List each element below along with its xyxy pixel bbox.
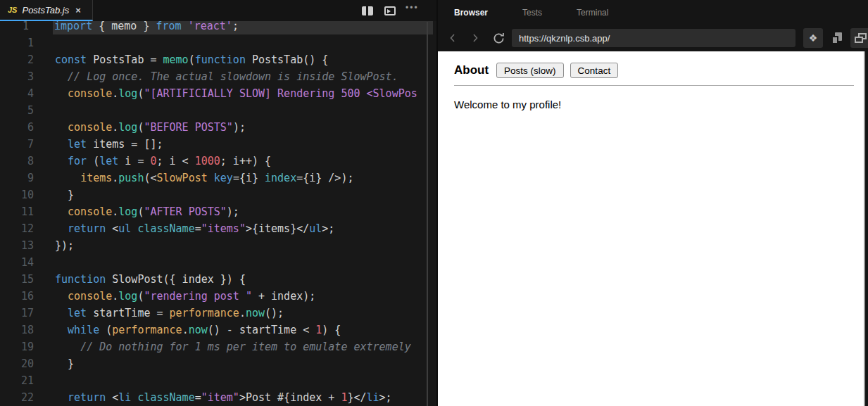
browser-viewport: About Posts (slow) Contact Welcome to my… — [438, 51, 865, 406]
line-number: 1 — [0, 21, 29, 34]
code-line[interactable]: 18 while (performance.now() - startTime … — [0, 322, 436, 338]
devtools-tabbar: Browser Tests Terminal — [438, 0, 868, 25]
welcome-text: Welcome to my profile! — [454, 99, 864, 110]
code-line[interactable]: 1 — [0, 34, 436, 51]
tab-browser[interactable]: Browser — [454, 8, 488, 18]
code-line[interactable]: 19 // Do nothing for 1 ms per item to em… — [0, 338, 436, 355]
line-number: 22 — [0, 389, 34, 406]
browser-navbar: ❖ — [438, 25, 868, 51]
code-line-content[interactable]: return <li className="item">Post #{index… — [34, 389, 436, 406]
refresh-icon[interactable] — [492, 32, 505, 48]
line-number: 10 — [0, 186, 34, 203]
code-line-content[interactable]: console.log("AFTER POSTS"); — [34, 203, 436, 220]
code-line[interactable]: 14 — [0, 254, 436, 271]
copy-url-button[interactable] — [826, 28, 846, 48]
line-number: 21 — [0, 372, 34, 389]
codesandbox-window: JS PostsTab.js × ••• 1 import { memo } f… — [0, 0, 868, 406]
code-line[interactable]: 12 return <ul className="items">{items}<… — [0, 220, 436, 237]
line-number: 12 — [0, 220, 34, 237]
code-line[interactable]: 8 for (let i = 0; i < 1000; i++) { — [0, 153, 436, 170]
contact-button[interactable]: Contact — [570, 63, 619, 78]
code-line-content[interactable] — [34, 254, 436, 271]
code-line-content[interactable]: console.log("BEFORE POSTS"); — [34, 119, 436, 136]
tab-filename: PostsTab.js — [22, 5, 69, 15]
code-editor[interactable]: 1 import { memo } from 'react'; 12const … — [0, 21, 436, 406]
tab-terminal[interactable]: Terminal — [577, 8, 608, 18]
tab-tests[interactable]: Tests — [522, 8, 542, 18]
code-line-content[interactable]: while (performance.now() - startTime < 1… — [34, 322, 436, 338]
line-number: 9 — [0, 170, 34, 186]
code-line-content[interactable]: let startTime = performance.now(); — [34, 305, 436, 322]
line-number: 1 — [0, 34, 34, 51]
codesandbox-fork-button[interactable]: ❖ — [803, 28, 823, 48]
code-line[interactable]: 13}); — [0, 237, 436, 254]
line-number: 18 — [0, 322, 34, 338]
code-line-content[interactable] — [34, 372, 436, 389]
forward-icon[interactable] — [470, 32, 481, 46]
page-header: About Posts (slow) Contact — [438, 51, 864, 78]
code-line[interactable]: 20 } — [0, 355, 436, 372]
editor-toolbar: ••• — [359, 0, 436, 21]
code-line[interactable]: 6 console.log("BEFORE POSTS"); — [0, 119, 436, 136]
line-number: 19 — [0, 338, 34, 355]
code-line-content[interactable]: } — [34, 355, 436, 372]
preview-panel: Browser Tests Terminal ❖ — [438, 0, 868, 406]
code-line-content[interactable]: // Do nothing for 1 ms per item to emula… — [34, 338, 436, 355]
code-line-content[interactable]: console.log("[ARTIFICIALLY SLOW] Renderi… — [34, 85, 436, 102]
line-number: 8 — [0, 153, 34, 170]
editor-scrollbar[interactable] — [427, 22, 428, 406]
code-line-content[interactable]: function SlowPost({ index }) { — [34, 271, 436, 288]
code-line-content[interactable]: import { memo } from 'react'; — [53, 21, 433, 34]
code-line-content[interactable]: // Log once. The actual slowdown is insi… — [34, 68, 436, 85]
code-line[interactable]: 21 — [0, 372, 436, 389]
code-line-content[interactable]: let items = []; — [34, 136, 436, 153]
code-line[interactable]: 16 console.log("rendering post " + index… — [0, 288, 436, 305]
line-number: 5 — [0, 102, 34, 119]
code-line[interactable]: 9 items.push(<SlowPost key={i} index={i}… — [0, 170, 436, 186]
code-line-content[interactable]: const PostsTab = memo(function PostsTab(… — [34, 51, 436, 68]
fork-diamonds-icon: ❖ — [809, 32, 818, 44]
code-line[interactable]: 22 return <li className="item">Post #{in… — [0, 389, 436, 406]
url-input[interactable] — [512, 29, 795, 47]
code-line-content[interactable] — [34, 102, 436, 119]
line-number: 13 — [0, 237, 34, 254]
page-title-about: About — [454, 63, 489, 77]
code-line-content[interactable] — [34, 34, 436, 51]
code-line-content[interactable]: } — [34, 186, 436, 203]
code-line-content[interactable]: console.log("rendering post " + index); — [34, 288, 436, 305]
code-line-content[interactable]: for (let i = 0; i < 1000; i++) { — [34, 153, 436, 170]
page-divider — [454, 85, 854, 86]
line-number: 3 — [0, 68, 34, 85]
close-icon[interactable]: × — [75, 5, 81, 15]
code-line[interactable]: 11 console.log("AFTER POSTS"); — [0, 203, 436, 220]
code-line-content[interactable]: }); — [34, 237, 436, 254]
line-number: 14 — [0, 254, 34, 271]
line-number: 16 — [0, 288, 34, 305]
open-new-window-button[interactable] — [850, 28, 868, 48]
open-preview-icon[interactable] — [384, 6, 396, 15]
back-icon[interactable] — [447, 32, 458, 46]
code-line-content[interactable]: items.push(<SlowPost key={i} index={i} /… — [34, 170, 436, 186]
more-options-icon[interactable]: ••• — [405, 3, 419, 13]
code-line[interactable]: 10 } — [0, 186, 436, 203]
copy-icon — [831, 32, 843, 44]
line-number: 4 — [0, 85, 34, 102]
code-line[interactable]: 7 let items = []; — [0, 136, 436, 153]
code-line-import-clipped[interactable]: 1 import { memo } from 'react'; — [0, 21, 436, 34]
line-number: 15 — [0, 271, 34, 288]
line-number: 20 — [0, 355, 34, 372]
line-number: 11 — [0, 203, 34, 220]
code-line[interactable]: 2const PostsTab = memo(function PostsTab… — [0, 51, 436, 68]
code-line[interactable]: 15function SlowPost({ index }) { — [0, 271, 436, 288]
split-view-icon[interactable] — [362, 6, 373, 15]
code-line[interactable]: 3 // Log once. The actual slowdown is in… — [0, 68, 436, 85]
line-number: 2 — [0, 51, 34, 68]
js-file-icon: JS — [8, 6, 17, 14]
code-line[interactable]: 4 console.log("[ARTIFICIALLY SLOW] Rende… — [0, 85, 436, 102]
code-line[interactable]: 17 let startTime = performance.now(); — [0, 305, 436, 322]
editor-panel: JS PostsTab.js × ••• 1 import { memo } f… — [0, 0, 436, 406]
posts-slow-button[interactable]: Posts (slow) — [496, 63, 564, 78]
tab-poststab-js[interactable]: JS PostsTab.js × — [0, 0, 93, 21]
code-line-content[interactable]: return <ul className="items">{items}</ul… — [34, 220, 436, 237]
code-line[interactable]: 5 — [0, 102, 436, 119]
